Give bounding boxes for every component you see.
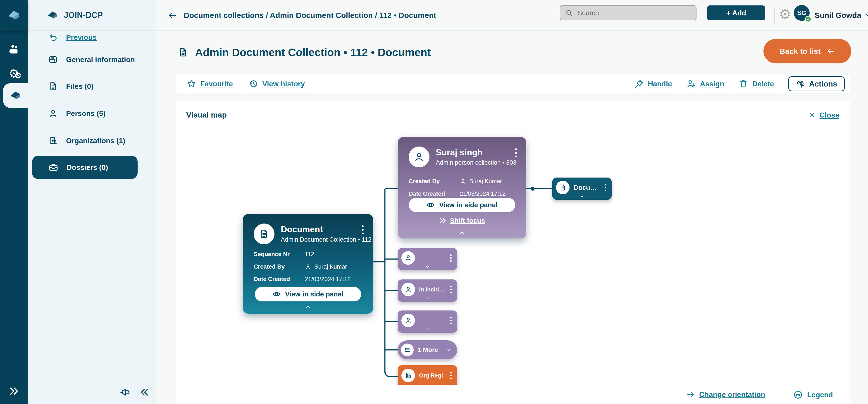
assign-person-icon (686, 79, 696, 89)
graph-node-person-mini[interactable] (398, 311, 457, 333)
favourite-link[interactable]: Favourite (187, 79, 233, 89)
chevron-up-icon (459, 230, 465, 235)
chevron-down-icon (424, 265, 431, 269)
change-orientation-link[interactable]: Change orientation (686, 390, 765, 399)
user-avatar[interactable]: SG (794, 5, 810, 21)
eye-icon (273, 290, 281, 298)
document-icon (559, 184, 566, 191)
chevron-down-icon (579, 194, 585, 198)
collapse-node-chevron[interactable] (305, 305, 311, 310)
kebab-menu-icon[interactable] (449, 285, 453, 294)
graph-node-person-mini[interactable]: In incid...sapiente (398, 280, 457, 301)
sidebar-item-organizations[interactable]: Organizations (1) (49, 134, 125, 148)
delete-link[interactable]: Delete (739, 79, 774, 89)
icon-rail: ⚙⚙ (0, 0, 28, 404)
page-title-row: Admin Document Collection • 112 • Docume… (178, 40, 431, 65)
view-history-link[interactable]: View history (249, 79, 305, 89)
id-card-icon (49, 55, 58, 64)
expand-node-chevron[interactable] (424, 265, 431, 269)
collapse-node-chevron[interactable] (459, 230, 465, 235)
actions-button[interactable]: Actions (788, 76, 845, 91)
add-button[interactable]: + Add (707, 5, 765, 20)
close-label: Close (819, 111, 839, 119)
sidebar-item-persons[interactable]: Persons (5) (49, 107, 105, 120)
sidebar-item-label: General information (66, 56, 135, 64)
sidebar-item-previous[interactable]: Previous (49, 30, 97, 45)
back-to-list-button[interactable]: Back to list (764, 39, 851, 63)
sidebar-item-label: Persons (5) (66, 109, 105, 118)
graph-node-organization-mini[interactable]: Org Regi (398, 365, 457, 385)
search-input[interactable] (577, 9, 691, 17)
arrow-right-icon (686, 390, 695, 399)
breadcrumb[interactable]: Document collections / Admin Document Co… (168, 0, 436, 31)
expand-node-chevron[interactable] (579, 194, 585, 198)
favourite-label: Favourite (200, 80, 233, 88)
graph-node-person-mini[interactable] (398, 248, 457, 270)
back-arrow-icon[interactable] (168, 11, 177, 20)
sidebar-item-dossiers-active[interactable]: Dossiers (0) (32, 156, 137, 179)
rail-item-collections-active[interactable] (3, 83, 28, 108)
team-briefcase-icon (7, 44, 20, 56)
rail-logo-button[interactable] (0, 0, 28, 31)
kebab-menu-icon[interactable] (449, 371, 453, 380)
app-logo-icon (6, 8, 21, 23)
app-logo-icon (9, 89, 22, 102)
global-search[interactable] (560, 5, 696, 20)
expand-node-chevron[interactable] (445, 348, 452, 352)
node-avatar (401, 344, 414, 356)
legend-ellipsis-icon (793, 390, 803, 400)
user-menu[interactable]: Sunil Gowda (815, 0, 868, 31)
file-icon (49, 82, 58, 91)
close-icon (809, 112, 815, 119)
kebab-menu-icon[interactable] (361, 224, 365, 235)
node-label: Document (574, 184, 600, 191)
arrow-left-icon (827, 47, 835, 56)
view-history-label: View history (262, 80, 305, 88)
sidebar-app-header: JOIN-DCP (28, 0, 156, 31)
pin-sidebar-icon[interactable] (120, 387, 130, 397)
assign-label: Assign (700, 80, 724, 88)
building-icon (405, 372, 412, 379)
expand-node-chevron[interactable] (424, 327, 431, 331)
shift-focus-link[interactable]: Shift focus (439, 217, 485, 224)
sidebar-item-files[interactable]: Files (0) (49, 79, 93, 93)
sidebar: JOIN-DCP Previous General information Fi… (28, 0, 156, 404)
chevron-down-icon (445, 348, 452, 352)
rail-item-settings[interactable]: ⚙⚙ (0, 66, 28, 81)
kebab-menu-icon[interactable] (449, 316, 453, 325)
node-avatar (409, 146, 430, 167)
check-icon (806, 17, 810, 21)
person-icon (49, 109, 58, 118)
user-name: Sunil Gowda (815, 11, 861, 20)
kebab-menu-icon[interactable] (604, 183, 607, 192)
graph-node-document-child[interactable]: Document (552, 177, 612, 200)
kebab-menu-icon[interactable] (514, 147, 518, 158)
settings-gear-icon[interactable]: ⚙ (779, 7, 792, 21)
view-in-side-panel-button[interactable]: View in side panel (409, 198, 515, 212)
visual-map-canvas[interactable]: Document Admin Document Collection • 112… (176, 127, 850, 385)
double-chevron-right-icon (9, 386, 19, 396)
rail-item-workspaces[interactable] (0, 42, 28, 57)
action-bar-left: Favourite View history (187, 79, 305, 89)
node-avatar (556, 181, 569, 194)
sidebar-item-general-information[interactable]: General information (49, 53, 135, 66)
legend-link[interactable]: Legend (793, 390, 833, 400)
graph-node-document-focus[interactable]: Document Admin Document Collection • 112… (243, 214, 373, 314)
person-icon (460, 178, 466, 184)
handle-link[interactable]: Handle (634, 79, 672, 89)
breadcrumb-text: Document collections / Admin Document Co… (184, 11, 436, 20)
handle-label: Handle (648, 80, 672, 88)
node-avatar (401, 251, 415, 265)
expand-node-chevron[interactable] (424, 296, 431, 300)
collapse-sidebar-icon[interactable] (140, 387, 149, 397)
graph-node-person[interactable]: Suraj singh Admin person collection • 30… (398, 137, 526, 238)
view-in-side-panel-button[interactable]: View in side panel (255, 287, 361, 301)
search-icon (565, 9, 573, 17)
node-label: In incid...sapiente (419, 286, 445, 293)
kebab-menu-icon[interactable] (449, 253, 453, 263)
graph-node-more[interactable]: 1 More (398, 340, 457, 359)
close-visual-map-link[interactable]: Close (809, 111, 839, 119)
node-header: Suraj singh Admin person collection • 30… (398, 137, 526, 167)
assign-link[interactable]: Assign (686, 79, 724, 89)
expand-rail-button[interactable] (0, 386, 28, 396)
